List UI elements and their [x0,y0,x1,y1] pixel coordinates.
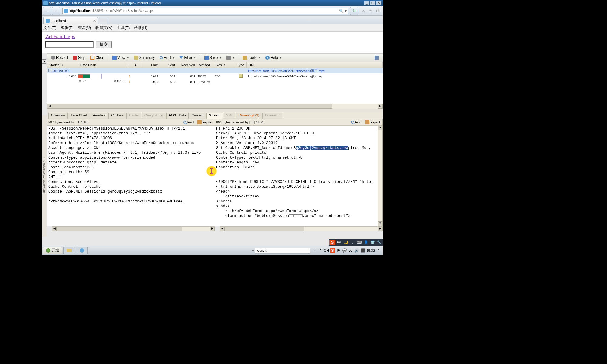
keyboard-icon[interactable]: ⌨ [356,240,362,245]
shirt-icon[interactable]: 👕 [369,240,375,245]
tab-content[interactable]: Content [189,113,206,119]
tab-postdata[interactable]: POST Data [166,113,189,119]
menu-edit[interactable]: 编辑(E) [61,25,74,31]
grid-hscroll[interactable]: ◀▶ [47,104,383,109]
tab-cookies[interactable]: Cookies [108,113,126,119]
tab-cache[interactable]: Cache [126,113,141,119]
browser-tab[interactable]: localhost ✕ [43,17,98,24]
col-url[interactable]: URL [247,62,383,68]
menu-help[interactable]: 帮助(H) [134,25,147,31]
close-button[interactable]: ✕ [376,1,381,5]
grid-row-summary[interactable]: 0.027 →0.067 → ! 0.027 597 801 1 request [47,79,383,84]
safe-icon[interactable]: ⬛ [360,248,365,253]
save-button[interactable]: Save▼ [202,54,224,61]
left-hscroll[interactable]: ◀▶ [52,226,215,231]
collapse-icon[interactable]: - [48,69,51,72]
find-left-button[interactable]: Find [182,120,195,124]
col-warn[interactable]: ! [126,62,133,68]
filter-button[interactable]: Filter▼ [177,54,198,61]
cursor-icon[interactable]: I [312,248,317,253]
quick-input[interactable] [255,248,310,254]
view-button[interactable]: View▼ [110,54,131,61]
col-time[interactable]: Time [141,62,160,68]
clock[interactable]: 15:32 [366,249,375,252]
export-left-button[interactable]: Export [196,120,213,124]
tab-querystring[interactable]: Query String [142,113,166,119]
export-right-button[interactable]: Export [364,120,381,124]
webform-link[interactable]: WebForm1.aspx [45,34,75,39]
ch-indicator[interactable]: CH [324,248,329,253]
tab-overview[interactable]: Overview [48,113,68,119]
col-flag[interactable]: ▸ [133,62,141,68]
col-type[interactable]: Type [235,62,247,68]
col-sent[interactable]: Sent [160,62,177,68]
col-method[interactable]: Method [197,62,214,68]
summary-button[interactable]: Summary [132,54,157,61]
right-hscroll[interactable]: ◀▶ [220,226,382,231]
request-text[interactable]: POST /Session/WebFormSession%E6%BC%94%E7… [47,126,215,226]
tab-ssl[interactable]: SSL [224,113,236,119]
refresh-button[interactable]: ↻ [350,7,358,15]
forward-button[interactable]: → [52,7,60,15]
col-result[interactable]: Result [214,62,235,68]
ime-icon[interactable]: S [329,240,335,245]
print-button[interactable]: ▼ [224,54,237,61]
col-started[interactable]: Started ▲ [47,62,78,68]
task-ie[interactable] [76,247,88,254]
grid-row-group[interactable]: -00:00:00.000 http://localhost:1388/Sess… [47,68,383,73]
tab-timechart[interactable]: Time Chart [68,113,90,119]
lang-cn-icon[interactable]: 中 [336,240,342,245]
grid-row-request[interactable]: + 0.000 ! 0.027 597 801 POST 200 http://… [47,73,383,79]
wrench-icon[interactable]: 🔧 [376,240,382,245]
favorites-icon[interactable]: ☆ [368,8,374,14]
tools-button[interactable]: Tools▼ [241,54,263,61]
network-icon[interactable]: 🖧 [348,248,353,253]
show-desktop[interactable]: ▯ [376,248,381,253]
tab-headers[interactable]: Headers [90,113,108,119]
request-grid[interactable]: -00:00:00.000 http://localhost:1388/Sess… [47,68,383,104]
settings-icon[interactable]: ⚙ [375,8,381,14]
record-button[interactable]: Record [49,54,70,61]
menu-favorites[interactable]: 收藏夹(A) [95,25,112,31]
stop-button[interactable]: Stop [71,54,88,61]
find-button[interactable]: Find▼ [158,54,177,61]
right-vscroll[interactable]: ▲▼ [378,126,382,226]
tab-warnings[interactable]: ! Warnings (3) [236,113,262,119]
submit-button[interactable]: 提交 [96,41,112,48]
print-right-button[interactable] [372,54,381,61]
tray-expand-icon[interactable]: ◂ [252,248,254,252]
start-button[interactable]: 开始 [43,247,62,254]
find-right-button[interactable]: Find [350,120,363,124]
volume-icon[interactable]: 🔊 [354,248,359,253]
text-input[interactable] [45,41,94,48]
quote-icon[interactable]: " [318,248,323,253]
tab-stream[interactable]: Stream [206,113,223,119]
moon-icon[interactable]: 🌙 [343,240,349,245]
clear-icon [90,56,94,60]
address-bar[interactable]: http://localhost:1388/Session/WebFormSes… [62,8,348,14]
new-tab-button[interactable] [99,18,107,24]
panel-close-icon[interactable]: ✕ [42,59,46,64]
restore-button[interactable]: ❐ [370,1,375,5]
sogou-icon[interactable]: S [330,248,335,253]
tab-close-icon[interactable]: ✕ [93,19,96,23]
punct-icon[interactable]: , [349,240,355,245]
response-text[interactable]: HTTP/1.1 200 OK Server: ASP.NET Developm… [215,126,378,226]
help-button[interactable]: ?Help▼ [263,54,284,61]
minimize-button[interactable]: _ [364,1,369,5]
url-dropdown-icon[interactable]: ▾ [345,9,347,13]
back-button[interactable]: ← [43,7,51,15]
flag-icon[interactable]: ⚑ [336,248,341,253]
menu-tools[interactable]: 工具(T) [117,25,130,31]
menu-file[interactable]: 文件(F) [43,25,56,31]
task-explorer[interactable] [63,247,75,254]
action-icon[interactable]: 💬 [342,248,347,253]
search-icon[interactable]: 🔍 [339,9,344,13]
tab-comment[interactable]: Comment [262,113,282,119]
col-received[interactable]: Received [177,62,197,68]
col-timechart[interactable]: Time Chart [78,62,126,68]
user-icon[interactable]: 👤 [363,240,369,245]
menu-view[interactable]: 查看(V) [78,25,91,31]
home-icon[interactable]: ⌂ [360,8,366,14]
clear-button[interactable]: Clear [88,54,106,61]
